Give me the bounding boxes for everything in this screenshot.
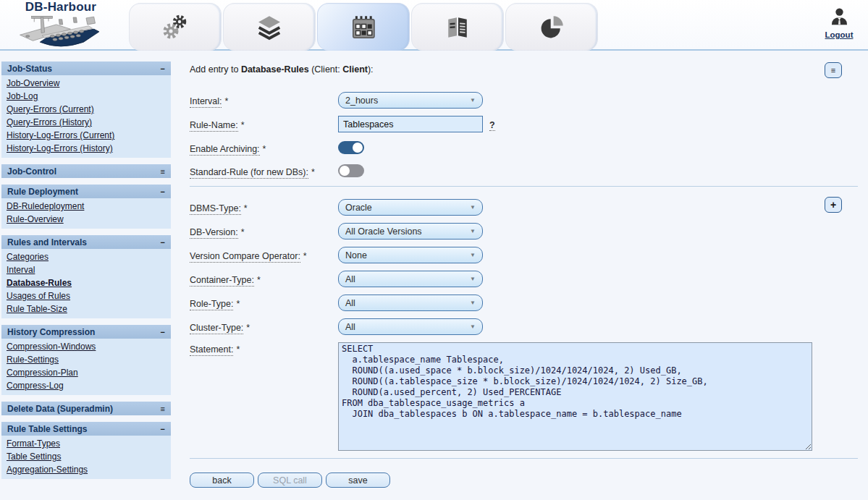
logout-link[interactable]: Logout	[819, 30, 859, 39]
sidebar-item-history-log-errors-history-[interactable]: History-Log-Errors (History)	[1, 142, 171, 155]
sidebar-section-header[interactable]: Job-Status−	[1, 62, 171, 75]
toggle-knob	[340, 166, 350, 176]
sidebar-section-title: Delete Data (Superadmin)	[7, 404, 113, 414]
cluster-type-select-value: All	[345, 322, 355, 332]
interval-label: Interval:*	[190, 94, 338, 106]
sidebar-item-table-settings[interactable]: Table Settings	[1, 450, 171, 463]
page-title-mid: (Client:	[309, 64, 343, 75]
page-title-suffix: ):	[368, 64, 374, 75]
rule-name-help-link[interactable]: ?	[489, 118, 495, 131]
collapse-icon: −	[161, 425, 165, 433]
sidebar-item-compression-windows[interactable]: Compression-Windows	[1, 340, 171, 353]
required-marker: *	[257, 275, 261, 285]
back-button[interactable]: back	[190, 473, 254, 488]
cluster-type-select[interactable]: All ▼	[338, 318, 483, 335]
sidebar-item-query-errors-history-[interactable]: Query-Errors (History)	[1, 116, 171, 129]
sidebar-section-items: Job-OverviewJob-LogQuery-Errors (Current…	[1, 75, 171, 158]
role-type-select-value: All	[345, 298, 355, 308]
standard-rule-toggle[interactable]	[338, 164, 364, 177]
sql-call-button[interactable]: SQL call	[258, 473, 322, 488]
sidebar-item-job-log[interactable]: Job-Log	[1, 90, 171, 103]
standard-rule-row: Standard-Rule (for new DBs):*	[190, 163, 858, 179]
sidebar-item-compression-plan[interactable]: Compression-Plan	[1, 366, 171, 379]
gears-icon	[160, 14, 190, 41]
report-icon	[444, 15, 471, 40]
sidebar: Job-Status−Job-OverviewJob-LogQuery-Erro…	[0, 52, 172, 486]
sidebar-item-aggregation-settings[interactable]: Aggregation-Settings	[1, 463, 171, 476]
statement-textarea[interactable]: SELECT a.tablespace_name Tablespace, ROU…	[338, 342, 812, 451]
dbms-type-label: DBMS-Type:*	[190, 201, 338, 213]
sidebar-item-usages-of-rules[interactable]: Usages of Rules	[1, 289, 171, 302]
app-logo: DB-Harbour	[12, 1, 110, 49]
enable-archiving-toggle[interactable]	[338, 141, 364, 154]
rule-name-input[interactable]	[338, 116, 483, 132]
sidebar-section: Job-Status−Job-OverviewJob-LogQuery-Erro…	[1, 62, 171, 158]
required-marker: *	[311, 167, 315, 177]
add-rule-button[interactable]: +	[825, 197, 842, 213]
sidebar-item-format-types[interactable]: Format-Types	[1, 437, 171, 450]
required-marker: *	[241, 120, 245, 130]
sidebar-item-job-overview[interactable]: Job-Overview	[1, 77, 171, 90]
save-button[interactable]: save	[326, 473, 390, 488]
sidebar-item-database-rules[interactable]: Database-Rules	[1, 276, 171, 289]
sidebar-section-title: Rules and Intervals	[7, 237, 87, 247]
expand-icon: ≡	[161, 405, 165, 412]
toggle-knob	[353, 143, 363, 153]
expand-icon: ≡	[161, 168, 165, 175]
sidebar-item-rule-settings[interactable]: Rule-Settings	[1, 353, 171, 366]
sidebar-section-items: Compression-WindowsRule-SettingsCompress…	[1, 339, 171, 395]
sidebar-section-title: Job-Control	[7, 166, 56, 177]
sidebar-section-header[interactable]: History Compression−	[1, 325, 171, 339]
tab-reports[interactable]	[411, 3, 504, 51]
sidebar-item-db-ruledeployment[interactable]: DB-Ruledeployment	[1, 200, 171, 213]
dbms-type-select[interactable]: Oracle ▼	[338, 199, 483, 216]
sidebar-section-items: Format-TypesTable SettingsAggregation-Se…	[1, 436, 171, 479]
interval-select[interactable]: 2_hours ▼	[338, 92, 483, 109]
chevron-down-icon: ▼	[470, 204, 476, 211]
tab-scheduler[interactable]	[317, 3, 410, 51]
sidebar-section: Rules and Intervals−CategoriesIntervalDa…	[1, 235, 171, 318]
collapse-icon: −	[161, 239, 165, 246]
sidebar-item-rule-overview[interactable]: Rule-Overview	[1, 213, 171, 226]
version-compare-operator-select[interactable]: None ▼	[338, 247, 483, 263]
tab-charts[interactable]	[505, 3, 598, 51]
required-marker: *	[244, 203, 248, 213]
container-type-select-value: All	[345, 274, 355, 284]
page-title: Add entry to Database-Rules (Client: Cli…	[190, 64, 858, 75]
main-content: Add entry to Database-Rules (Client: Cli…	[190, 52, 858, 500]
sidebar-section-title: Rule Deployment	[7, 187, 78, 197]
sidebar-item-compress-log[interactable]: Compress-Log	[1, 379, 171, 392]
role-type-row: Role-Type:* All ▼	[190, 295, 858, 311]
sidebar-section-title: History Compression	[7, 327, 95, 337]
required-marker: *	[236, 344, 240, 355]
tab-settings[interactable]	[129, 3, 222, 51]
sidebar-item-rule-table-size[interactable]: Rule Table-Size	[1, 302, 171, 315]
db-version-select-value: All Oracle Versions	[345, 226, 422, 237]
sidebar-section-header[interactable]: Rule Deployment−	[1, 185, 171, 198]
enable-archiving-row: Enable Archiving:*	[190, 140, 858, 156]
collapse-icon: −	[161, 188, 165, 195]
tab-layers[interactable]	[223, 3, 316, 51]
harbour-ship-image	[17, 12, 105, 49]
sidebar-section-header[interactable]: Job-Control≡	[1, 164, 171, 178]
required-marker: *	[236, 299, 240, 309]
sidebar-item-categories[interactable]: Categories	[1, 250, 171, 263]
standard-rule-label: Standard-Rule (for new DBs):*	[190, 165, 338, 177]
container-type-select[interactable]: All ▼	[338, 271, 483, 287]
sidebar-section-header[interactable]: Rules and Intervals−	[1, 235, 171, 249]
sidebar-item-history-log-errors-current-[interactable]: History-Log-Errors (Current)	[1, 129, 171, 142]
sidebar-item-query-errors-current-[interactable]: Query-Errors (Current)	[1, 103, 171, 116]
sidebar-section: Job-Control≡	[1, 164, 171, 178]
db-version-select[interactable]: All Oracle Versions ▼	[338, 223, 483, 240]
sidebar-section-header[interactable]: Rule Table Settings−	[1, 422, 171, 436]
layers-icon	[256, 14, 283, 41]
statement-label: Statement:*	[190, 342, 338, 355]
required-marker: *	[241, 227, 245, 237]
role-type-select[interactable]: All ▼	[338, 295, 483, 311]
sidebar-section-header[interactable]: Delete Data (Superadmin)≡	[1, 402, 171, 415]
enable-archiving-label: Enable Archiving:*	[190, 142, 338, 154]
table-menu-button[interactable]: ≡	[825, 62, 842, 78]
rule-name-label: Rule-Name:*	[190, 118, 338, 130]
statement-row: Statement:* SELECT a.tablespace_name Tab…	[190, 342, 858, 451]
sidebar-item-interval[interactable]: Interval	[1, 263, 171, 276]
